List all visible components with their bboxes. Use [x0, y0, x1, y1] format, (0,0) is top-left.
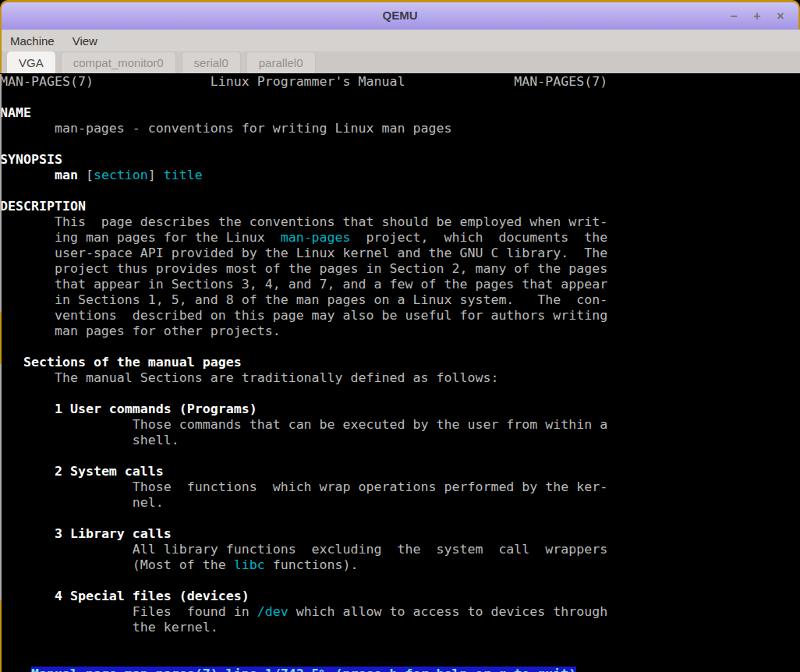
tab-compat-monitor0[interactable]: compat_monitor0 [61, 51, 176, 73]
maximize-icon[interactable]: + [745, 5, 769, 28]
terminal-line: user-space API provided by the Linux ker… [0, 246, 800, 261]
close-icon[interactable]: × [769, 5, 792, 28]
terminal-line [0, 386, 800, 401]
man-link: /dev [257, 604, 288, 619]
terminal-line [0, 90, 800, 105]
tab-vga[interactable]: VGA [7, 51, 55, 73]
terminal-line: NAME [0, 105, 800, 121]
terminal-line: man [section] title [0, 168, 800, 183]
window-border-left [0, 312, 2, 364]
terminal-line: Those functions which wrap operations pe… [0, 479, 800, 495]
menu-item-view[interactable]: View [73, 34, 97, 48]
terminal-line: man-pages - conventions for writing Linu… [0, 121, 800, 136]
tab-serial0[interactable]: serial0 [182, 51, 241, 73]
window-controls: − + × [722, 2, 792, 30]
man-link: man-pages [281, 230, 351, 245]
terminal-line: the kernel. [0, 620, 800, 635]
terminal-line: Those commands that can be executed by t… [0, 417, 800, 433]
window-titlebar[interactable]: QEMU − + × [0, 0, 800, 30]
terminal-line: man pages for other projects. [0, 324, 800, 339]
terminal-line: The manual Sections are traditionally de… [0, 370, 800, 386]
terminal-line [0, 136, 800, 152]
terminal-line [0, 183, 800, 199]
pager-status-text: Manual page man-pages(7) line 1/743 5% (… [31, 667, 576, 672]
terminal-line: 4 Special files (devices) [0, 589, 800, 604]
terminal-line: (Most of the libc functions). [0, 557, 800, 573]
terminal-line: All library functions excluding the syst… [0, 542, 800, 557]
terminal-line: in Sections 1, 5, and 8 of the man pages… [0, 292, 800, 308]
window-title: QEMU [2, 9, 798, 22]
menu-bar: Machine View [0, 30, 800, 51]
terminal-lines: MAN-PAGES(7) Linux Programmer's Manual M… [0, 74, 800, 651]
man-link: title [164, 168, 203, 182]
terminal-line: 1 User commands (Programs) [0, 401, 800, 417]
terminal-line: Files found in /dev which allow to acces… [0, 604, 800, 620]
terminal-line [0, 448, 800, 464]
terminal-line: ventions described on this page may also… [0, 308, 800, 324]
terminal-line: SYNOPSIS [0, 152, 800, 168]
terminal-line: ing man pages for the Linux man-pages pr… [0, 230, 800, 246]
pager-status-line: Manual page man-pages(7) line 1/743 5% (… [0, 651, 800, 667]
terminal-line: 2 System calls [0, 464, 800, 479]
terminal-line: MAN-PAGES(7) Linux Programmer's Manual M… [0, 74, 800, 90]
terminal-line [0, 511, 800, 526]
terminal-line [0, 339, 800, 355]
terminal-line [0, 635, 800, 651]
window-border-left [0, 600, 2, 672]
terminal-line: This page describes the conventions that… [0, 214, 800, 230]
menu-item-machine[interactable]: Machine [10, 34, 55, 48]
terminal-line: DESCRIPTION [0, 199, 800, 214]
terminal-line: shell. [0, 433, 800, 448]
terminal-line: nel. [0, 495, 800, 511]
tab-bar: VGA compat_monitor0 serial0 parallel0 [0, 51, 800, 73]
window-border-left [0, 74, 2, 312]
terminal-line: 3 Library calls [0, 526, 800, 542]
terminal-line [0, 573, 800, 589]
tab-parallel0[interactable]: parallel0 [246, 51, 316, 73]
man-link: section [94, 168, 148, 182]
minimize-icon[interactable]: − [722, 5, 745, 28]
terminal-line: project thus provides most of the pages … [0, 261, 800, 277]
terminal-screen[interactable]: MAN-PAGES(7) Linux Programmer's Manual M… [0, 73, 800, 672]
terminal-line: Sections of the manual pages [0, 355, 800, 370]
man-link: libc [234, 557, 265, 572]
terminal-line: that appear in Sections 3, 4, and 7, and… [0, 277, 800, 292]
window-border-left [0, 364, 2, 600]
